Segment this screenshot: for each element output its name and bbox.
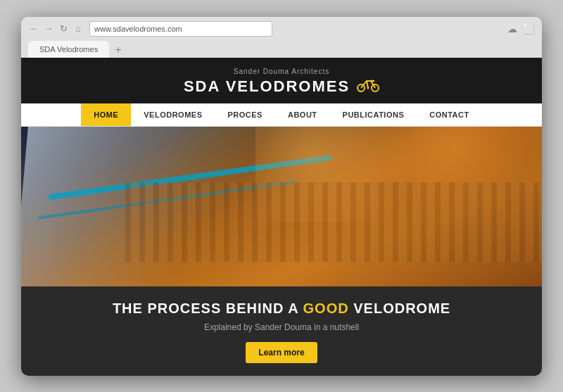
site-nav: HOME VELODROMES PROCES ABOUT PUBLICATION… xyxy=(21,103,542,127)
hero-title: THE PROCESS BEHIND A GOOD VELODROME xyxy=(35,301,528,317)
site-header: Sander Douma Architects SDA VELODROMES xyxy=(21,58,542,103)
website-content: Sander Douma Architects SDA VELODROMES xyxy=(21,58,542,376)
new-tab-button[interactable]: + xyxy=(110,42,126,58)
brand-name: SDA VELODROMES xyxy=(184,77,350,96)
browser-controls: ← → ↻ ⌂ xyxy=(28,23,84,34)
learn-more-button[interactable]: Learn more xyxy=(246,342,317,363)
cloud-icon: ☁ xyxy=(507,23,517,34)
browser-tab[interactable]: SDA Velodromes xyxy=(28,41,109,58)
svg-point-2 xyxy=(367,87,369,89)
address-bar[interactable] xyxy=(89,21,272,37)
hero-subtitle: Explained by Sander Douma in a nutshell xyxy=(35,322,528,332)
window-icon: ⬜ xyxy=(523,23,535,34)
browser-window: ← → ↻ ⌂ ☁ ⬜ SDA Velodromes + Sander Doum… xyxy=(21,17,542,376)
nav-item-publications[interactable]: PUBLICATIONS xyxy=(330,103,417,126)
browser-icons: ☁ ⬜ xyxy=(507,23,535,34)
hero-title-highlight: GOOD xyxy=(303,301,349,316)
nav-item-proces[interactable]: PROCES xyxy=(215,103,275,126)
nav-item-velodromes[interactable]: VELODROMES xyxy=(131,103,215,126)
address-bar-container xyxy=(89,21,502,37)
nav-item-contact[interactable]: CONTACT xyxy=(417,103,481,126)
bike-icon xyxy=(357,77,379,96)
forward-button[interactable]: → xyxy=(43,23,54,34)
nav-item-about[interactable]: ABOUT xyxy=(275,103,330,126)
velodrome-background xyxy=(21,127,542,286)
nav-item-home[interactable]: HOME xyxy=(81,103,131,126)
brand-main: SDA VELODROMES xyxy=(21,77,542,96)
brand-subtitle: Sander Douma Architects xyxy=(21,68,542,75)
tables-area xyxy=(125,182,542,263)
home-button[interactable]: ⌂ xyxy=(72,23,84,34)
browser-tab-bar: SDA Velodromes + xyxy=(28,41,535,58)
hero-title-part2: VELODROME xyxy=(349,301,450,316)
hero-section: THE PROCESS BEHIND A GOOD VELODROME Expl… xyxy=(21,127,542,376)
browser-chrome: ← → ↻ ⌂ ☁ ⬜ SDA Velodromes + xyxy=(21,17,542,58)
hero-title-part1: THE PROCESS BEHIND A xyxy=(113,301,303,316)
hero-bottom: THE PROCESS BEHIND A GOOD VELODROME Expl… xyxy=(21,286,542,376)
refresh-button[interactable]: ↻ xyxy=(58,23,69,34)
back-button[interactable]: ← xyxy=(28,23,39,34)
hero-image xyxy=(21,127,542,286)
